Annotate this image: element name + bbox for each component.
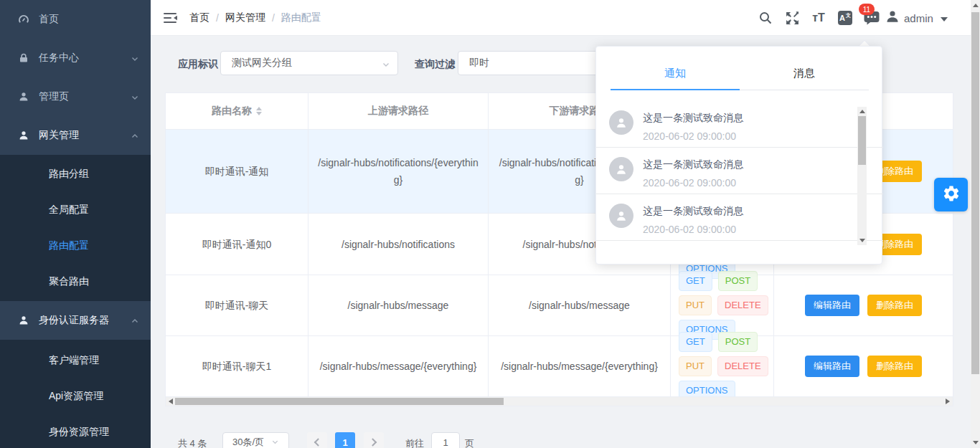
sidebar-subitem-label: 身份资源管理 [49,426,109,439]
notification-time: 2020-06-02 09:00:00 [643,222,854,237]
scroll-down-icon[interactable] [973,441,979,444]
sidebar-item-identity-resources[interactable]: 身份资源管理 [0,414,151,448]
sidebar-subitem-label: 聚合路由 [49,275,89,288]
dashboard-icon [17,13,30,26]
delete-route-button[interactable]: 删除路由 [867,295,922,316]
cell-upstream-path: /signalr-hubs/notifications [308,214,489,275]
settings-fab[interactable] [934,178,968,211]
method-tag-delete: DELETE [717,295,768,315]
next-page-button[interactable] [364,432,384,448]
notification-item[interactable]: 这是一条测试致命消息 2020-06-02 09:00:00 [596,101,883,148]
delete-route-button[interactable]: 删除路由 [867,356,922,377]
sidebar-subitem-label: 路由分组 [49,168,89,181]
operations-cell: 编辑路由 删除路由 [774,275,953,335]
app-root: 首页 任务中心 管理页 网关管理 [0,0,980,448]
avatar [609,110,633,135]
sidebar-item-api-resources[interactable]: Api资源管理 [0,378,151,414]
breadcrumb-separator: / [272,12,275,24]
sidebar-item-label: 网关管理 [39,129,79,142]
notification-item[interactable]: 这是一条测试致命消息 2020-06-02 09:00:00 [596,148,883,194]
font-size-icon-glyph: тT [812,11,825,24]
horizontal-scrollbar[interactable] [166,396,953,406]
sidebar-item-home[interactable]: 首页 [0,0,151,39]
notification-badge: 11 [859,4,875,15]
sidebar-item-identity-server[interactable]: 身份认证服务器 [0,301,151,340]
breadcrumb-gateway[interactable]: 网关管理 [225,11,265,24]
method-tag-put: PUT [679,295,712,315]
sidebar: 首页 任务中心 管理页 网关管理 [0,0,151,448]
page-scrollbar-thumb[interactable] [971,12,979,374]
user-icon [17,90,30,103]
method-tags: GET POST PUT DELETE OPTIONS [679,332,789,401]
sidebar-item-aggregate-routes[interactable]: 聚合路由 [0,264,151,300]
app-id-select-value: 测试网关分组 [232,57,292,70]
scroll-up-icon[interactable] [859,110,865,113]
notification-time: 2020-06-02 09:00:00 [643,176,854,190]
user-menu[interactable]: admin [885,0,948,36]
method-tag-post: POST [718,271,758,291]
notification-title: 这是一条测试致命消息 [643,155,854,171]
notification-popover: 通知 消息 这是一条测试致命消息 2020-06-02 09:00:00 这是一… [595,46,882,264]
breadcrumb-current: 路由配置 [281,11,321,24]
sidebar-item-label: 管理页 [39,90,69,103]
font-size-icon[interactable]: тT [811,10,826,26]
page-scrollbar[interactable] [971,0,980,448]
breadcrumb-separator: / [216,12,219,24]
notification-item[interactable]: 这是一条测试致命消息 2020-06-02 09:00:00 [596,194,883,241]
notification-title: 这是一条测试致命消息 [643,108,854,125]
cell-route-name: 即时通讯-聊天 [166,275,308,335]
gear-icon [942,184,961,206]
cell-upstream-path: /signalr-hubs/notifications/{everything} [308,130,489,213]
sidebar-item-label: 身份认证服务器 [39,314,109,327]
scroll-right-icon[interactable] [946,399,950,404]
sidebar-item-label: 任务中心 [39,52,79,65]
sort-caret-icon[interactable] [256,107,262,115]
query-filter-label: 查询过滤 [415,58,455,71]
current-page-button[interactable]: 1 [335,432,355,448]
column-header-route-name[interactable]: 路由名称 [166,93,308,129]
scroll-left-icon[interactable] [169,399,173,404]
goto-page-input[interactable] [431,432,460,448]
column-header-label: 路由名称 [212,105,252,118]
translate-icon[interactable]: A文 [837,10,853,26]
tab-messages[interactable]: 消息 [740,57,869,90]
pagination: 共 4 条 30条/页 1 前往 页 [165,432,811,448]
edit-route-button[interactable]: 编辑路由 [805,295,859,316]
breadcrumb-home[interactable]: 首页 [189,11,209,24]
search-icon[interactable] [758,10,773,26]
sidebar-item-route-config[interactable]: 路由配置 [0,228,151,264]
horizontal-scrollbar-thumb[interactable] [175,398,504,405]
method-tag-get: GET [679,271,712,291]
app-id-select[interactable]: 测试网关分组 [220,51,398,75]
scroll-down-icon[interactable] [859,239,865,242]
sidebar-item-route-groups[interactable]: 路由分组 [0,156,151,192]
method-tag-get: GET [679,332,712,352]
hamburger-icon[interactable] [164,12,178,24]
notification-scrollbar[interactable] [857,107,867,245]
sidebar-subitem-label: 全局配置 [49,204,89,216]
page-size-select[interactable]: 30条/页 [222,432,289,448]
sidebar-item-gateway[interactable]: 网关管理 [0,116,151,155]
user-icon [17,129,30,142]
chevron-left-icon [314,438,322,446]
app-id-label: 应用标识 [178,58,218,71]
sidebar-item-client-mgmt[interactable]: 客户端管理 [0,343,151,378]
edit-route-button[interactable]: 编辑路由 [805,356,859,377]
chevron-up-icon [131,316,139,328]
sidebar-item-tasks[interactable]: 任务中心 [0,39,151,77]
scroll-up-icon[interactable] [973,4,979,7]
chevron-right-icon [369,438,377,446]
avatar [609,157,633,181]
chevron-down-icon [131,92,139,104]
notification-scrollbar-thumb[interactable] [858,116,866,165]
prev-page-button[interactable] [307,432,327,448]
fullscreen-icon[interactable] [784,10,800,26]
tab-notifications[interactable]: 通知 [611,57,740,90]
cell-route-name: 即时通讯-聊天1 [166,336,308,396]
goto-page-label: 前往 [405,437,424,448]
method-tag-post: POST [718,332,758,352]
translate-icon-glyph: A文 [838,11,852,25]
method-tag-delete: DELETE [717,356,768,376]
sidebar-item-admin-page[interactable]: 管理页 [0,77,151,116]
sidebar-item-global-config[interactable]: 全局配置 [0,192,151,228]
